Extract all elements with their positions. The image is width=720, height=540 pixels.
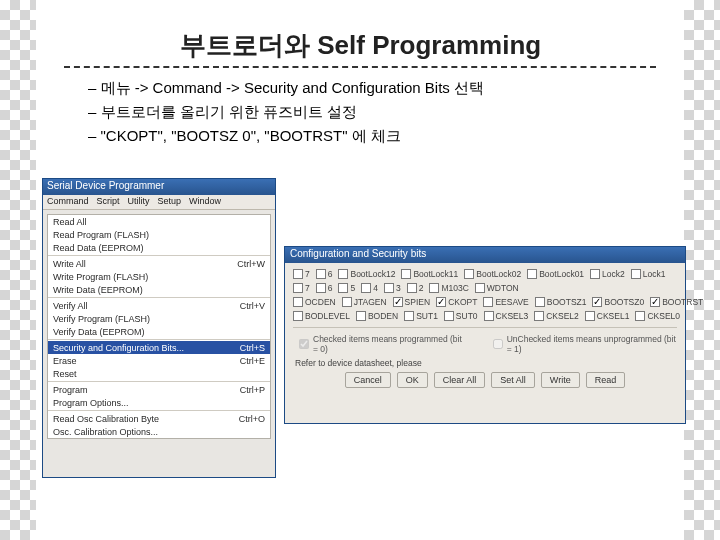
fuse-bit-checkbox[interactable] [338,283,348,293]
menubar-item[interactable]: Window [189,196,221,208]
fuse-bit[interactable]: CKSEL0 [635,311,680,321]
fuse-bit-checkbox[interactable] [650,297,660,307]
fuse-bit-label: 3 [396,283,401,293]
menu-item[interactable]: Write Data (EEPROM) [48,283,270,296]
fuse-bit-checkbox[interactable] [429,283,439,293]
fuse-bit[interactable]: OCDEN [293,297,336,307]
fuse-bit[interactable]: 6 [316,283,333,293]
fuse-bit-checkbox[interactable] [464,269,474,279]
fuse-bit-checkbox[interactable] [635,311,645,321]
fuse-bit-checkbox[interactable] [436,297,446,307]
fuse-bit[interactable]: Lock1 [631,269,666,279]
fuse-bit[interactable]: EESAVE [483,297,528,307]
menu-item[interactable]: Verify Data (EEPROM) [48,325,270,338]
fuse-bit[interactable]: 5 [338,283,355,293]
fuse-bit[interactable]: BOOTSZ1 [535,297,587,307]
fuse-bit-checkbox[interactable] [535,297,545,307]
fuse-bit-checkbox[interactable] [293,311,303,321]
fuse-bit-label: SUT1 [416,311,438,321]
menu-item[interactable]: Read All [48,215,270,228]
fuse-bit-checkbox[interactable] [475,283,485,293]
fuse-bit-checkbox[interactable] [631,269,641,279]
fuse-bit[interactable]: BootLock11 [401,269,458,279]
fuse-bit[interactable]: CKSEL1 [585,311,630,321]
fuse-bit[interactable]: BODEN [356,311,398,321]
menubar-item[interactable]: Command [47,196,89,208]
menu-item[interactable]: Osc. Calibration Options... [48,425,270,438]
fuse-bit[interactable]: BootLock12 [338,269,395,279]
fuse-bit[interactable]: SUT0 [444,311,478,321]
fuse-bit[interactable]: BOOTSZ0 [592,297,644,307]
fuse-bit[interactable]: BOOTRST [650,297,703,307]
cancel-button[interactable]: Cancel [345,372,391,388]
legend: Checked items means programmed (bit = 0)… [299,334,677,354]
menubar-item[interactable]: Utility [128,196,150,208]
fuse-bit[interactable]: 7 [293,269,310,279]
fuse-bit-checkbox[interactable] [316,269,326,279]
fuse-bit-checkbox[interactable] [293,283,303,293]
fuse-bit[interactable]: WDTON [475,283,519,293]
fuse-bit[interactable]: 4 [361,283,378,293]
fuse-bit-checkbox[interactable] [293,269,303,279]
fuse-bit-checkbox[interactable] [401,269,411,279]
menu-item[interactable]: Read Data (EEPROM) [48,241,270,254]
fuse-bit[interactable]: SUT1 [404,311,438,321]
fuse-bit[interactable]: JTAGEN [342,297,387,307]
fuse-bit-checkbox[interactable] [444,311,454,321]
fuse-bit-checkbox[interactable] [384,283,394,293]
fuse-bit-checkbox[interactable] [393,297,403,307]
fuse-bit-checkbox[interactable] [404,311,414,321]
menu-item[interactable]: Security and Configuration Bits...Ctrl+S [48,341,270,354]
fuse-bit[interactable]: BootLock02 [464,269,521,279]
fuse-bit-checkbox[interactable] [585,311,595,321]
menu-item[interactable]: Read Osc Calibration ByteCtrl+O [48,412,270,425]
fuse-bit[interactable]: 3 [384,283,401,293]
fuse-bit[interactable]: CKSEL3 [484,311,529,321]
menu-item[interactable]: Write AllCtrl+W [48,257,270,270]
fuse-bit[interactable]: SPIEN [393,297,431,307]
menu-item[interactable]: Verify Program (FLASH) [48,312,270,325]
fuse-bit-checkbox[interactable] [316,283,326,293]
fuse-bit[interactable]: 6 [316,269,333,279]
menu-item[interactable]: Reset [48,367,270,380]
fuse-bit[interactable]: M103C [429,283,468,293]
menu-item[interactable]: Read Program (FLASH) [48,228,270,241]
read-button[interactable]: Read [586,372,626,388]
fuse-bit[interactable]: BootLock01 [527,269,584,279]
fuse-bit-checkbox[interactable] [293,297,303,307]
menu-item[interactable]: Write Program (FLASH) [48,270,270,283]
legend-checked: Checked items means programmed (bit = 0) [299,334,465,354]
menu-item[interactable]: Program Options... [48,396,270,409]
menu-item[interactable]: ProgramCtrl+P [48,383,270,396]
fuse-bit-label: 4 [373,283,378,293]
fuse-bit-checkbox[interactable] [590,269,600,279]
fuse-bit[interactable]: CKOPT [436,297,477,307]
fuse-bit[interactable]: BODLEVEL [293,311,350,321]
menubar-item[interactable]: Script [97,196,120,208]
menubar-item[interactable]: Setup [158,196,182,208]
fuse-bit-checkbox[interactable] [484,311,494,321]
fuse-bit-checkbox[interactable] [361,283,371,293]
fuse-bit-label: CKOPT [448,297,477,307]
fuse-bit-checkbox[interactable] [483,297,493,307]
legend-checked-label: Checked items means programmed (bit = 0) [313,334,465,354]
fuse-bit-label: 5 [350,283,355,293]
fuse-bit[interactable]: CKSEL2 [534,311,579,321]
fuse-bit-checkbox[interactable] [527,269,537,279]
fuse-bit-checkbox[interactable] [342,297,352,307]
ok-button[interactable]: OK [397,372,428,388]
fuse-bit-label: BootLock01 [539,269,584,279]
menu-item[interactable]: Verify AllCtrl+V [48,299,270,312]
fuse-bit-checkbox[interactable] [407,283,417,293]
clear-all-button[interactable]: Clear All [434,372,486,388]
menu-item[interactable]: EraseCtrl+E [48,354,270,367]
fuse-bit[interactable]: Lock2 [590,269,625,279]
fuse-bit-checkbox[interactable] [534,311,544,321]
fuse-bit[interactable]: 7 [293,283,310,293]
fuse-bit[interactable]: 2 [407,283,424,293]
write-button[interactable]: Write [541,372,580,388]
set-all-button[interactable]: Set All [491,372,535,388]
fuse-bit-checkbox[interactable] [356,311,366,321]
fuse-bit-checkbox[interactable] [592,297,602,307]
fuse-bit-checkbox[interactable] [338,269,348,279]
